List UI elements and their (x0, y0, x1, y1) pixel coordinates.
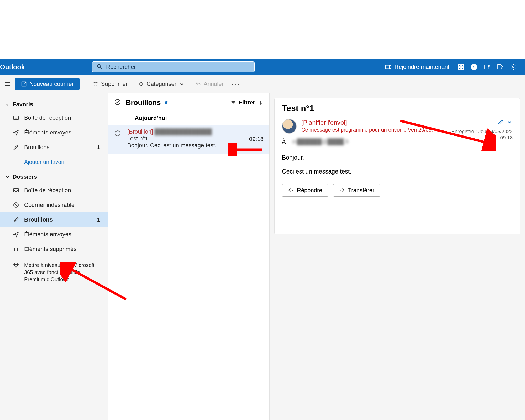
inbox-icon (13, 187, 19, 194)
diamond-icon (13, 262, 19, 269)
sort-icon (258, 100, 264, 106)
message-subject: Test n°1 (282, 103, 513, 113)
svg-point-20 (115, 99, 120, 105)
saved-timestamp: Enregistré : Jeu 19/05/2022 09:18 (452, 128, 513, 141)
chevron-down-icon (5, 174, 10, 180)
schedule-note: Ce message est programmé pour un envoi l… (301, 127, 433, 133)
sent-icon (13, 231, 19, 238)
draft-tag: [Brouillon] (127, 128, 153, 135)
svg-rect-2 (385, 65, 389, 69)
favorite-star-icon[interactable] (161, 99, 169, 106)
svg-line-1 (100, 67, 102, 69)
group-header: Aujourd'hui (108, 112, 269, 125)
recipient-masked: ██████████████ (155, 128, 212, 135)
svg-rect-5 (458, 67, 460, 70)
schedule-send-label[interactable]: [Planifier l'envoi] (301, 119, 433, 126)
select-checkbox[interactable] (114, 128, 121, 149)
join-meeting-button[interactable]: Rejoindre maintenant (385, 63, 449, 71)
item-time: 09:18 (249, 136, 264, 143)
folder-inbox[interactable]: Boîte de réception (0, 183, 108, 198)
add-favorite-link[interactable]: Ajouter un favori (0, 155, 108, 169)
folder-sent[interactable]: Éléments envoyés (0, 227, 108, 242)
search-input[interactable]: Rechercher (92, 61, 255, 72)
junk-icon (13, 202, 19, 208)
sent-icon (13, 129, 19, 136)
undo-button[interactable]: Annuler (194, 78, 225, 90)
svg-point-0 (97, 64, 101, 68)
edit-icon[interactable] (497, 119, 504, 126)
folder-title: Brouillons (126, 99, 161, 107)
chevron-down-icon[interactable] (506, 119, 513, 126)
reading-pane: Test n°1 [Planifier l'envoi] Ce message … (270, 93, 525, 420)
reply-button[interactable]: Répondre (282, 184, 328, 197)
brand-label: Outlook (0, 63, 89, 71)
teams-icon[interactable] (484, 63, 497, 71)
folder-junk[interactable]: Courrier indésirable (0, 198, 108, 212)
svg-rect-4 (461, 64, 464, 66)
chevron-down-icon (5, 102, 10, 107)
folders-section[interactable]: Dossiers (0, 171, 108, 183)
avatar (282, 119, 297, 134)
message-item[interactable]: [Brouillon] ██████████████ Test n°1 Bonj… (108, 125, 269, 154)
item-preview: Bonjour, Ceci est un message test. (127, 142, 264, 149)
message-list: Brouillons Filtrer Aujourd'hui (108, 93, 270, 420)
filter-button[interactable]: Filtrer (230, 99, 264, 106)
more-actions-button[interactable]: ··· (232, 80, 240, 88)
trash-icon (13, 246, 19, 253)
fav-inbox[interactable]: Boîte de réception (0, 111, 108, 125)
tag-icon[interactable] (497, 63, 510, 71)
svg-rect-6 (461, 67, 464, 70)
search-placeholder: Rechercher (106, 64, 136, 70)
fav-drafts[interactable]: Brouillons 1 (0, 140, 108, 155)
select-all-checkbox[interactable] (114, 99, 121, 107)
fav-sent[interactable]: Éléments envoyés (0, 125, 108, 140)
list-header: Brouillons Filtrer (108, 93, 269, 112)
upgrade-premium-link[interactable]: Mettre à niveau vers Microsoft 365 avec … (0, 256, 108, 283)
svg-text:S: S (473, 65, 475, 69)
video-icon (385, 63, 392, 71)
svg-rect-9 (485, 65, 488, 69)
new-mail-button[interactable]: Nouveau courrier (15, 78, 80, 90)
item-subject: Test n°1 (127, 135, 264, 142)
svg-point-11 (513, 66, 514, 68)
svg-rect-3 (458, 64, 460, 66)
command-toolbar: Nouveau courrier Supprimer Catégoriser A… (0, 75, 525, 93)
search-icon (97, 64, 102, 70)
delete-button[interactable]: Supprimer (91, 78, 129, 90)
hamburger-menu[interactable] (3, 79, 13, 89)
svg-point-10 (488, 65, 490, 67)
favorites-section[interactable]: Favoris (0, 98, 108, 111)
meet-now-icon[interactable] (457, 63, 470, 71)
svg-line-19 (14, 203, 18, 207)
inbox-icon (13, 114, 19, 121)
drafts-icon (13, 144, 19, 151)
folder-deleted[interactable]: Éléments supprimés (0, 242, 108, 256)
drafts-icon (13, 216, 19, 223)
edit-draft-controls (497, 119, 513, 126)
folder-nav: Favoris Boîte de réception Éléments envo… (0, 93, 108, 420)
settings-icon[interactable] (510, 63, 523, 71)
skype-icon[interactable]: S (470, 63, 484, 71)
message-body: Bonjour, Ceci est un message test. (282, 153, 513, 177)
svg-point-24 (115, 131, 120, 136)
app-header: Outlook Rechercher Rejoindre maintenant … (0, 59, 525, 75)
categorize-button[interactable]: Catégoriser (136, 78, 186, 90)
forward-button[interactable]: Transférer (333, 184, 381, 197)
folder-drafts[interactable]: Brouillons 1 (0, 212, 108, 227)
chevron-down-icon (179, 81, 185, 87)
